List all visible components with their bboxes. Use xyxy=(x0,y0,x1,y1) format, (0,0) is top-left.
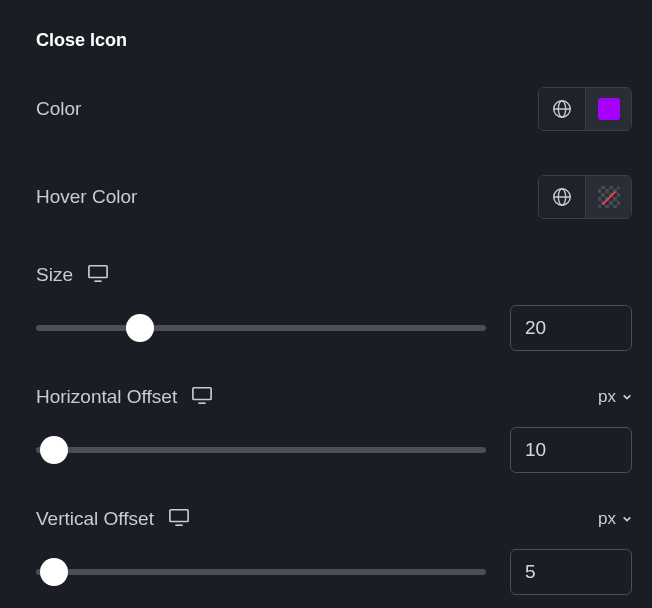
global-hover-color-button[interactable] xyxy=(539,176,585,218)
h-offset-input[interactable] xyxy=(510,427,632,473)
global-color-button[interactable] xyxy=(539,88,585,130)
h-offset-unit-select[interactable]: px xyxy=(598,387,632,407)
h-offset-label: Horizontal Offset xyxy=(36,386,177,408)
monitor-icon xyxy=(87,263,109,283)
chevron-down-icon xyxy=(622,392,632,402)
color-row: Color xyxy=(36,87,632,131)
color-control xyxy=(538,87,632,131)
chevron-down-icon xyxy=(622,514,632,524)
svg-rect-8 xyxy=(193,388,211,400)
v-offset-input[interactable] xyxy=(510,549,632,595)
responsive-icon[interactable] xyxy=(87,263,109,287)
size-slider-row xyxy=(36,305,632,351)
unit-label: px xyxy=(598,387,616,407)
size-slider-thumb[interactable] xyxy=(126,314,154,342)
v-offset-label-row: Vertical Offset px xyxy=(36,507,632,531)
v-offset-unit-select[interactable]: px xyxy=(598,509,632,529)
v-offset-slider-thumb[interactable] xyxy=(40,558,68,586)
unit-label: px xyxy=(598,509,616,529)
color-swatch-button[interactable] xyxy=(585,88,631,130)
v-offset-slider-row xyxy=(36,549,632,595)
h-offset-slider-row xyxy=(36,427,632,473)
h-offset-slider[interactable] xyxy=(36,440,486,460)
monitor-icon xyxy=(191,385,213,405)
svg-rect-10 xyxy=(170,510,188,522)
h-offset-slider-thumb[interactable] xyxy=(40,436,68,464)
hover-color-control xyxy=(538,175,632,219)
responsive-icon[interactable] xyxy=(168,507,190,531)
hover-color-swatch-button[interactable] xyxy=(585,176,631,218)
no-color-swatch xyxy=(598,186,620,208)
globe-icon xyxy=(551,186,573,208)
color-swatch xyxy=(598,98,620,120)
size-label-row: Size xyxy=(36,263,632,287)
size-slider[interactable] xyxy=(36,318,486,338)
v-offset-label: Vertical Offset xyxy=(36,508,154,530)
h-offset-label-row: Horizontal Offset px xyxy=(36,385,632,409)
v-offset-slider[interactable] xyxy=(36,562,486,582)
size-input[interactable] xyxy=(510,305,632,351)
hover-color-row: Hover Color xyxy=(36,175,632,219)
section-title: Close Icon xyxy=(36,30,632,51)
monitor-icon xyxy=(168,507,190,527)
responsive-icon[interactable] xyxy=(191,385,213,409)
hover-color-label: Hover Color xyxy=(36,186,137,208)
size-label: Size xyxy=(36,264,73,286)
color-label: Color xyxy=(36,98,81,120)
globe-icon xyxy=(551,98,573,120)
svg-rect-6 xyxy=(89,266,107,278)
